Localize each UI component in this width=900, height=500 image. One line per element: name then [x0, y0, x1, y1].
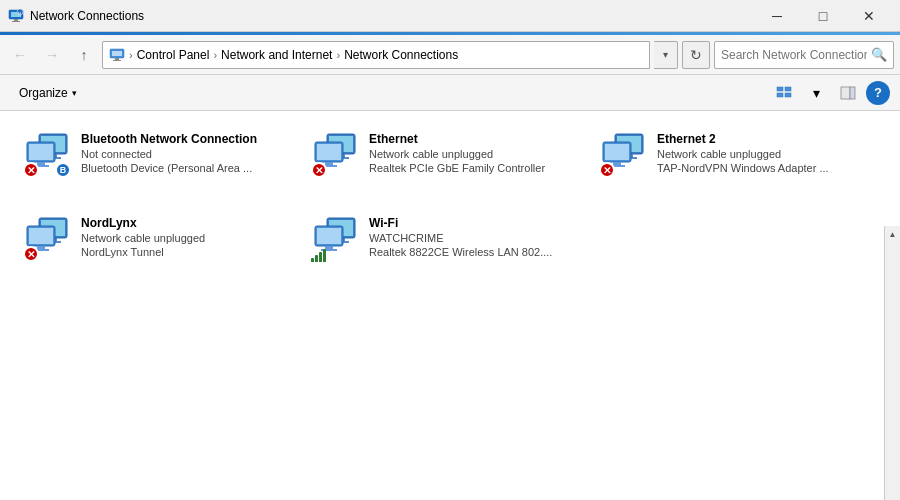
toolbar-right: ▾ ? [770, 79, 890, 107]
bluetooth-badge: B [55, 162, 71, 178]
connection-bluetooth[interactable]: ✕ B Bluetooth Network Connection Not con… [16, 121, 304, 201]
dropdown-arrow-button[interactable]: ▾ [802, 79, 830, 107]
connection-bluetooth-name: Bluetooth Network Connection [81, 132, 257, 146]
close-button[interactable]: ✕ [846, 0, 892, 32]
svg-rect-9 [113, 60, 121, 61]
address-bar: ← → ↑ › Control Panel › Network and Inte… [0, 35, 900, 75]
search-input[interactable] [721, 48, 867, 62]
connection-wifi-text: Wi-Fi WATCHCRIME Realtek 8822CE Wireless… [369, 214, 552, 258]
connection-ethernet-name: Ethernet [369, 132, 545, 146]
breadcrumb-sep-2: › [336, 49, 340, 61]
connection-wifi-name: Wi-Fi [369, 216, 552, 230]
back-button[interactable]: ← [6, 41, 34, 69]
disconnect-x-ethernet: ✕ [311, 162, 327, 178]
breadcrumb-sep-1: › [213, 49, 217, 61]
svg-rect-30 [325, 162, 333, 165]
svg-rect-2 [14, 19, 18, 21]
view-details-button[interactable] [770, 79, 798, 107]
connection-nordlynx-desc: NordLynx Tunnel [81, 246, 205, 258]
connection-wifi-status: WATCHCRIME [369, 232, 552, 244]
connection-ethernet-icon-wrap: ✕ [311, 130, 359, 178]
connection-bluetooth-desc: Bluetooth Device (Personal Area ... [81, 162, 257, 174]
svg-rect-8 [115, 58, 119, 60]
app-icon: N [8, 8, 24, 24]
signal-bar-3 [319, 252, 322, 262]
window-controls: ─ □ ✕ [754, 0, 892, 32]
signal-bar-4 [323, 249, 326, 262]
connection-bluetooth-icon-wrap: ✕ B [23, 130, 71, 178]
connection-wifi-desc: Realtek 8822CE Wireless LAN 802.... [369, 246, 552, 258]
connection-ethernet2-desc: TAP-NordVPN Windows Adapter ... [657, 162, 829, 174]
connection-nordlynx[interactable]: ✕ NordLynx Network cable unplugged NordL… [16, 205, 304, 285]
help-button[interactable]: ? [866, 81, 890, 105]
refresh-button[interactable]: ↻ [682, 41, 710, 69]
scrollbar[interactable]: ▲ ▼ [884, 226, 900, 500]
disconnect-x-nordlynx: ✕ [23, 246, 39, 262]
signal-bar-1 [311, 258, 314, 262]
window-title: Network Connections [30, 9, 754, 23]
svg-rect-12 [777, 93, 783, 97]
connections-container: ✕ B Bluetooth Network Connection Not con… [0, 111, 900, 295]
help-icon: ? [874, 85, 882, 100]
svg-rect-11 [785, 87, 791, 91]
disconnect-x-bluetooth: ✕ [23, 162, 39, 178]
minimize-button[interactable]: ─ [754, 0, 800, 32]
connection-ethernet2-icon-wrap: ✕ [599, 130, 647, 178]
toolbar: Organize ▾ ▾ ? [0, 75, 900, 111]
organize-label: Organize [19, 86, 68, 100]
connection-ethernet-desc: Realtek PCIe GbE Family Controller [369, 162, 545, 174]
view-details-icon [776, 85, 792, 101]
connection-nordlynx-text: NordLynx Network cable unplugged NordLyn… [81, 214, 205, 258]
svg-rect-46 [37, 246, 45, 249]
svg-rect-21 [29, 144, 53, 160]
main-area: ✕ B Bluetooth Network Connection Not con… [0, 111, 900, 500]
dropdown-arrow-icon: ▾ [813, 85, 820, 101]
breadcrumb-icon [109, 47, 125, 63]
svg-rect-54 [325, 246, 333, 249]
up-button[interactable]: ↑ [70, 41, 98, 69]
search-box[interactable]: 🔍 [714, 41, 894, 69]
svg-rect-45 [29, 228, 53, 244]
connection-ethernet[interactable]: ✕ Ethernet Network cable unplugged Realt… [304, 121, 592, 201]
connection-ethernet2[interactable]: ✕ Ethernet 2 Network cable unplugged TAP… [592, 121, 880, 201]
connection-wifi[interactable]: Wi-Fi WATCHCRIME Realtek 8822CE Wireless… [304, 205, 592, 285]
forward-button[interactable]: → [38, 41, 66, 69]
svg-rect-38 [613, 162, 621, 165]
wifi-signal-icon [311, 249, 326, 262]
svg-rect-7 [112, 51, 122, 56]
organize-button[interactable]: Organize ▾ [10, 81, 86, 105]
svg-text:N: N [18, 10, 21, 15]
connection-ethernet-text: Ethernet Network cable unplugged Realtek… [369, 130, 545, 174]
svg-rect-37 [605, 144, 629, 160]
pane-icon [840, 85, 856, 101]
connections-grid: ✕ B Bluetooth Network Connection Not con… [16, 121, 880, 285]
svg-rect-13 [785, 93, 791, 97]
address-dropdown-button[interactable]: ▾ [654, 41, 678, 69]
svg-rect-15 [850, 87, 855, 99]
connection-ethernet2-text: Ethernet 2 Network cable unplugged TAP-N… [657, 130, 829, 174]
preview-pane-button[interactable] [834, 79, 862, 107]
title-bar: N Network Connections ─ □ ✕ [0, 0, 900, 32]
breadcrumb-sep-0: › [129, 49, 133, 61]
disconnect-x-ethernet2: ✕ [599, 162, 615, 178]
search-icon: 🔍 [871, 47, 887, 62]
connection-bluetooth-text: Bluetooth Network Connection Not connect… [81, 130, 257, 174]
breadcrumb-network-connections[interactable]: Network Connections [344, 48, 458, 62]
signal-bar-2 [315, 255, 318, 262]
breadcrumb-network-internet[interactable]: Network and Internet [221, 48, 332, 62]
svg-rect-29 [317, 144, 341, 160]
breadcrumb-control-panel[interactable]: Control Panel [137, 48, 210, 62]
connection-nordlynx-status: Network cable unplugged [81, 232, 205, 244]
svg-rect-14 [841, 87, 850, 99]
connection-wifi-icon-wrap [311, 214, 359, 262]
address-box[interactable]: › Control Panel › Network and Internet ›… [102, 41, 650, 69]
organize-arrow: ▾ [72, 88, 77, 98]
connection-nordlynx-icon-wrap: ✕ [23, 214, 71, 262]
scroll-up-button[interactable]: ▲ [885, 226, 900, 242]
connection-ethernet2-name: Ethernet 2 [657, 132, 829, 146]
connection-nordlynx-name: NordLynx [81, 216, 205, 230]
svg-rect-3 [12, 21, 20, 22]
connection-bluetooth-status: Not connected [81, 148, 257, 160]
svg-rect-53 [317, 228, 341, 244]
maximize-button[interactable]: □ [800, 0, 846, 32]
